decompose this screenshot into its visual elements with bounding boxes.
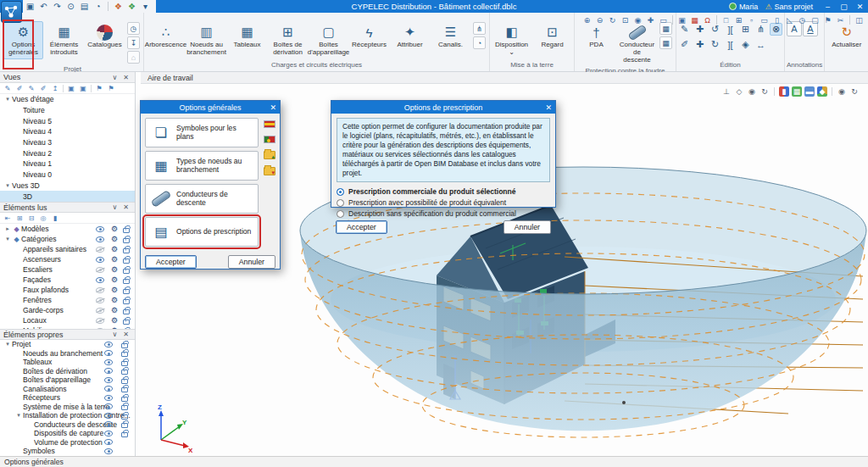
accepter-button[interactable]: Accepter <box>145 255 197 269</box>
visibility-toggle-icon[interactable] <box>96 318 104 324</box>
spain-flag-icon[interactable] <box>264 120 275 128</box>
tree-item-faux-plafonds[interactable]: Faux plafonds⚙ <box>0 285 135 295</box>
options-gear-icon[interactable]: ⚙ <box>111 296 118 304</box>
visibility-toggle-icon[interactable] <box>96 257 104 263</box>
visibility-toggle-icon[interactable] <box>104 448 113 454</box>
prescription-option[interactable]: Prescription avec possibilité de produit… <box>337 198 550 208</box>
options-gear-icon[interactable]: ⚙ <box>111 306 118 314</box>
tree-item-bo-tes-d-appareillage[interactable]: Boîtes d'appareillage <box>0 375 135 385</box>
lock-toggle-icon[interactable] <box>121 341 128 348</box>
tree-item-niveau-2[interactable]: Niveau 2 <box>0 147 135 158</box>
pan-icon[interactable]: ◉ <box>632 14 643 25</box>
edit-reference-icon[interactable]: ✎ <box>26 84 36 93</box>
camera-icon[interactable]: ◉ <box>747 86 757 97</box>
view-3d-icon[interactable]: ◔ <box>92 1 103 12</box>
elements-propres-close-icon[interactable]: ✕ <box>120 331 131 338</box>
regard-button[interactable]: ⊡Regard <box>532 21 572 52</box>
history-icon[interactable]: ◷ <box>797 14 808 25</box>
maximize-button[interactable]: ▢ <box>836 0 852 13</box>
cut-icon[interactable]: ✂ <box>835 14 846 25</box>
tree-item-garde-corps[interactable]: Garde-corps⚙ <box>0 305 135 315</box>
options-gear-icon[interactable]: ⚙ <box>111 235 118 243</box>
boites-appareillage-button[interactable]: ▢Boîtes d'appareillage <box>309 21 348 59</box>
tree-arrow-icon[interactable]: ▸ <box>3 225 12 232</box>
visibility-toggle-icon[interactable] <box>96 236 104 242</box>
effacer-button[interactable]: ✐ <box>678 38 691 51</box>
tree-item-niveau-5[interactable]: Niveau 5 <box>0 115 135 126</box>
tree-item-dispositifs-de-capture[interactable]: Dispositifs de capture <box>0 429 135 438</box>
annuler-button[interactable]: Annuler <box>228 255 275 269</box>
noeuds-au-branchement-button[interactable]: ▥Noeuds au branchement <box>186 21 226 59</box>
lock-toggle-icon[interactable] <box>121 367 128 375</box>
radio-icon[interactable] <box>337 199 344 207</box>
lock-toggle-icon[interactable] <box>121 412 128 420</box>
options-generales-button[interactable]: ⚙Options générales <box>3 21 43 59</box>
lock-toggle-icon[interactable] <box>121 349 128 357</box>
tree-item-appareils-sanitaires[interactable]: Appareils sanitaires⚙ <box>0 244 135 254</box>
radio-icon[interactable] <box>337 188 344 196</box>
tree-item-niveau-4[interactable]: Niveau 4 <box>0 126 135 137</box>
redo-icon[interactable]: ↷ <box>52 1 63 12</box>
importer-modele-button[interactable]: ↧ <box>127 36 140 49</box>
types-de-noeuds-au-branchement-button[interactable]: ▦Types de noeuds au branchement <box>145 151 259 181</box>
full-screen-icon[interactable]: ▭ <box>658 14 669 25</box>
clip-green-icon[interactable]: ▦ <box>792 86 802 97</box>
flag-icon[interactable]: ⚑ <box>822 14 833 25</box>
tree-item-3d[interactable]: 3D <box>0 191 135 202</box>
clip-red-blue-icon[interactable]: ▮ <box>779 86 789 97</box>
bim-sync-icon[interactable]: ❖ <box>113 1 124 12</box>
visibility-toggle-icon[interactable] <box>96 226 104 232</box>
lock-toggle-icon[interactable] <box>121 385 128 392</box>
duplicate-view-icon[interactable]: ✐ <box>14 84 25 93</box>
lock-toggle-icon[interactable] <box>123 327 130 330</box>
search-icon[interactable]: ⊙ <box>65 1 76 12</box>
accepter-button[interactable]: Accepter <box>336 220 387 234</box>
tree-item-syst-me-de-mise-la-terre[interactable]: Système de mise à la terre <box>0 403 135 412</box>
visibility-toggle-icon[interactable] <box>104 395 113 401</box>
window-capture-icon[interactable]: ▣ <box>676 14 687 25</box>
lock-toggle-icon[interactable] <box>123 276 130 284</box>
axes-icon[interactable]: ⊥ <box>721 86 732 97</box>
tree-arrow-icon[interactable]: ▾ <box>3 341 12 347</box>
tree-arrow-icon[interactable]: ▾ <box>3 96 12 103</box>
lock-toggle-icon[interactable] <box>123 225 130 233</box>
zoom-fit-icon[interactable]: ⊕ <box>581 14 593 25</box>
options-gear-icon[interactable]: ⚙ <box>111 286 118 294</box>
regenerate-icon[interactable]: ↻ <box>849 86 860 97</box>
lock-toggle-icon[interactable] <box>123 297 130 304</box>
vues-close-icon[interactable]: ✕ <box>120 74 131 81</box>
options-gear-icon[interactable]: ⚙ <box>111 225 118 233</box>
tree-item-vues-3d[interactable]: ▾Vues 3D <box>0 181 135 192</box>
visibility-toggle-icon[interactable] <box>104 439 113 445</box>
zoom-previous-icon[interactable]: ⊖ <box>594 14 605 25</box>
lock-toggle-icon[interactable] <box>123 236 130 243</box>
disposition-button[interactable]: ◧Disposition ⌄ <box>492 21 531 59</box>
tree-item-escaliers[interactable]: Escaliers⚙ <box>0 264 135 275</box>
paste-view-icon[interactable]: ▣ <box>78 84 88 93</box>
visibility-toggle-icon[interactable] <box>104 421 113 427</box>
visibility-toggle-icon[interactable] <box>104 377 113 383</box>
prescription-option[interactable]: Prescription commerciale du produit séle… <box>337 187 550 197</box>
visibility-toggle-icon[interactable] <box>96 297 104 303</box>
lock-toggle-icon[interactable] <box>123 246 130 253</box>
extruder-button[interactable]: ◈ <box>739 38 752 51</box>
elements-lus-collapse-icon[interactable]: ∨ <box>109 203 120 211</box>
lock-toggle-icon[interactable] <box>121 359 128 366</box>
visibility-toggle-icon[interactable] <box>104 386 113 392</box>
symboles-pour-les-plans-button[interactable]: ❏Symboles pour les plans <box>145 118 259 147</box>
tree-item-toiture[interactable]: Toiture <box>0 105 135 116</box>
minimize-button[interactable]: – <box>820 0 836 13</box>
sheet-icon[interactable]: ▢ <box>810 14 821 25</box>
more-icon[interactable]: ▾ <box>140 1 151 12</box>
prescription-option[interactable]: Description sans spécification du produi… <box>337 209 550 219</box>
folder-export-icon[interactable] <box>264 167 275 175</box>
tree-item-canalisations[interactable]: Canalisations <box>0 385 135 394</box>
lock-toggle-icon[interactable] <box>121 394 128 402</box>
vues-collapse-icon[interactable]: ∨ <box>109 74 120 81</box>
frame-icon[interactable]: □ <box>721 14 732 25</box>
boites-de-derivation-button[interactable]: ⊞Boîtes de dérivation <box>268 21 308 59</box>
tree-item-conducteurs-de-descente[interactable]: Conducteurs de descente <box>0 420 135 430</box>
visibility-toggle-icon[interactable] <box>104 342 113 347</box>
work-area-tab[interactable]: Aire de travail <box>141 72 868 84</box>
elements-propres-collapse-icon[interactable]: ∨ <box>109 331 120 338</box>
